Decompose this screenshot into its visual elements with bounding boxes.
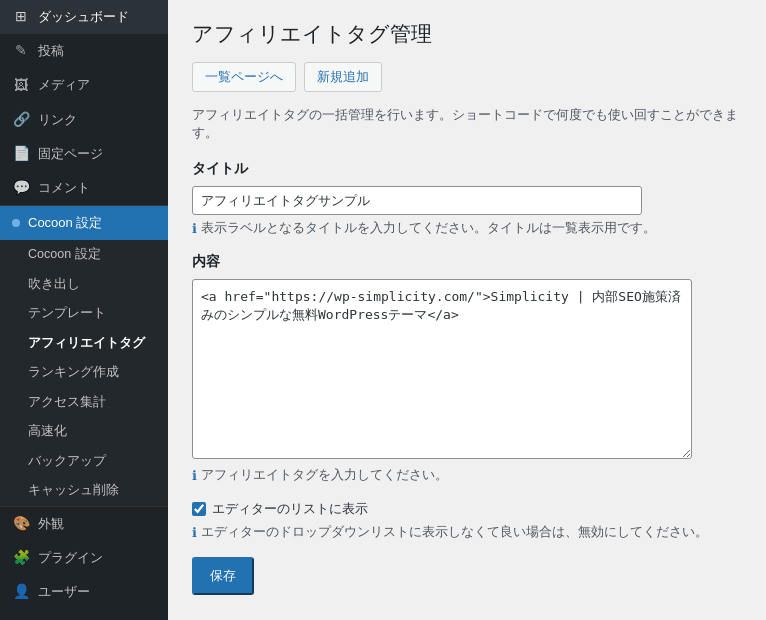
cocoon-dot-icon [12, 219, 20, 227]
info-icon-3: ℹ [192, 525, 197, 540]
sidebar-item-cache[interactable]: キャッシュ削除 [0, 476, 168, 506]
sidebar-bottom: 🎨 外観 🧩 プラグイン 👤 ユーザー [0, 507, 168, 610]
sidebar-item-ranking[interactable]: ランキング作成 [0, 358, 168, 388]
sidebar-item-comments[interactable]: 💬 コメント [0, 171, 168, 205]
sidebar-item-label: 外観 [38, 515, 64, 533]
sidebar-item-label: コメント [38, 179, 90, 197]
sidebar-item-label: メディア [38, 76, 90, 94]
submenu-label: Cocoon 設定 [28, 246, 101, 264]
cocoon-section: Cocoon 設定 Cocoon 設定 吹き出し テンプレート アフィリエイトタ… [0, 205, 168, 507]
submenu-label: アフィリエイトタグ [28, 335, 145, 353]
sidebar-item-label: ダッシュボード [38, 8, 129, 26]
save-section: 保存 [192, 557, 742, 595]
editor-list-checkbox-row: エディターのリストに表示 [192, 500, 742, 518]
main-content: アフィリエイトタグ管理 一覧ページへ 新規追加 アフィリエイトタグの一括管理を行… [168, 0, 766, 620]
link-icon: 🔗 [12, 111, 30, 129]
sidebar-item-label: 投稿 [38, 42, 64, 60]
sidebar-item-label: リンク [38, 111, 77, 129]
info-icon-2: ℹ [192, 468, 197, 483]
sidebar-item-fukidashi[interactable]: 吹き出し [0, 270, 168, 300]
list-page-button[interactable]: 一覧ページへ [192, 62, 296, 92]
sidebar-item-speed[interactable]: 高速化 [0, 417, 168, 447]
title-help-text: ℹ 表示ラベルとなるタイトルを入力してください。タイトルは一覧表示用です。 [192, 220, 742, 237]
editor-list-checkbox[interactable] [192, 502, 206, 516]
submenu-label: バックアップ [28, 453, 106, 471]
toolbar: 一覧ページへ 新規追加 [192, 62, 742, 92]
posts-icon: ✎ [12, 42, 30, 60]
sidebar-item-users[interactable]: 👤 ユーザー [0, 575, 168, 609]
comment-icon: 💬 [12, 179, 30, 197]
submenu-label: 高速化 [28, 423, 67, 441]
sidebar-item-label: 固定ページ [38, 145, 103, 163]
checkbox-label[interactable]: エディターのリストに表示 [212, 500, 368, 518]
page-icon: 📄 [12, 145, 30, 163]
title-section-label: タイトル [192, 160, 742, 178]
content-section: 内容 ℹ アフィリエイトタグを入力してください。 [192, 253, 742, 484]
sidebar-item-backup[interactable]: バックアップ [0, 447, 168, 477]
checkbox-help-text: ℹ エディターのドロップダウンリストに表示しなくて良い場合は、無効にしてください… [192, 524, 742, 541]
sidebar-item-affiliate-tag[interactable]: アフィリエイトタグ [0, 329, 168, 359]
title-section: タイトル ℹ 表示ラベルとなるタイトルを入力してください。タイトルは一覧表示用で… [192, 160, 742, 237]
sidebar-item-media[interactable]: 🖼 メディア [0, 68, 168, 102]
submenu-label: キャッシュ削除 [28, 482, 119, 500]
info-icon: ℹ [192, 221, 197, 236]
title-input[interactable] [192, 186, 642, 215]
add-new-button[interactable]: 新規追加 [304, 62, 382, 92]
sidebar-item-template[interactable]: テンプレート [0, 299, 168, 329]
submenu-label: 吹き出し [28, 276, 80, 294]
appearance-icon: 🎨 [12, 515, 30, 533]
content-textarea[interactable] [192, 279, 692, 459]
users-icon: 👤 [12, 583, 30, 601]
page-title: アフィリエイトタグ管理 [192, 20, 742, 48]
cocoon-header[interactable]: Cocoon 設定 [0, 206, 168, 240]
submenu-label: ランキング作成 [28, 364, 119, 382]
submenu-label: アクセス集計 [28, 394, 106, 412]
sidebar-item-posts[interactable]: ✎ 投稿 [0, 34, 168, 68]
dashboard-icon: ⊞ [12, 8, 30, 26]
plugins-icon: 🧩 [12, 549, 30, 567]
submenu-label: テンプレート [28, 305, 106, 323]
sidebar-item-plugins[interactable]: 🧩 プラグイン [0, 541, 168, 575]
media-icon: 🖼 [12, 76, 30, 94]
sidebar-item-dashboard[interactable]: ⊞ ダッシュボード [0, 0, 168, 34]
save-button[interactable]: 保存 [192, 557, 254, 595]
sidebar-item-appearance[interactable]: 🎨 外観 [0, 507, 168, 541]
page-description: アフィリエイトタグの一括管理を行います。ショートコードで何度でも使い回すことがで… [192, 106, 742, 142]
sidebar-header: ⊞ ダッシュボード ✎ 投稿 🖼 メディア 🔗 リンク 📄 固定ページ 💬 コメ… [0, 0, 168, 205]
cocoon-submenu: Cocoon 設定 吹き出し テンプレート アフィリエイトタグ ランキング作成 … [0, 240, 168, 506]
sidebar: ⊞ ダッシュボード ✎ 投稿 🖼 メディア 🔗 リンク 📄 固定ページ 💬 コメ… [0, 0, 168, 620]
sidebar-item-links[interactable]: 🔗 リンク [0, 103, 168, 137]
sidebar-item-label: プラグイン [38, 549, 103, 567]
cocoon-header-label: Cocoon 設定 [28, 214, 102, 232]
sidebar-item-access[interactable]: アクセス集計 [0, 388, 168, 418]
sidebar-item-label: ユーザー [38, 583, 90, 601]
checkbox-section: エディターのリストに表示 ℹ エディターのドロップダウンリストに表示しなくて良い… [192, 500, 742, 541]
content-section-label: 内容 [192, 253, 742, 271]
sidebar-item-cocoon-settings[interactable]: Cocoon 設定 [0, 240, 168, 270]
sidebar-item-pages[interactable]: 📄 固定ページ [0, 137, 168, 171]
content-help-text: ℹ アフィリエイトタグを入力してください。 [192, 467, 742, 484]
